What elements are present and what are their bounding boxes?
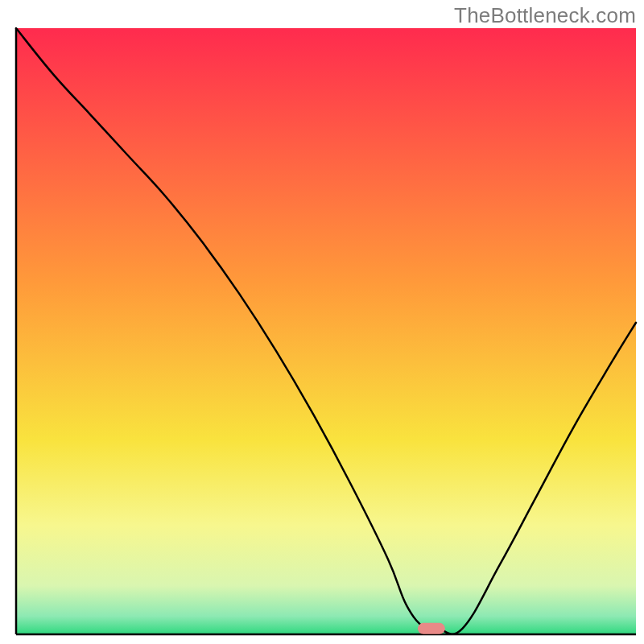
optimal-marker	[418, 623, 445, 634]
chart-frame: TheBottleneck.com	[0, 0, 644, 644]
plot-area	[16, 28, 636, 634]
bottleneck-chart	[0, 0, 644, 644]
